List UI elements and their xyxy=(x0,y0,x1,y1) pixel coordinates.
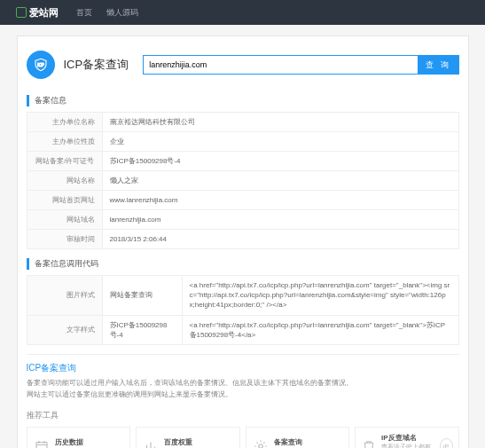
tool-item[interactable]: 备案查询工信部备案情况 xyxy=(246,427,350,448)
info-val: lanrenzhijia.com xyxy=(102,210,458,230)
tool-title: 百度权重 xyxy=(164,437,201,447)
info-table: 主办单位名称南京裕达网络科技有限公司主办单位性质企业网站备案/许可证号苏ICP备… xyxy=(27,112,459,249)
info-key: 主办单位性质 xyxy=(27,132,102,152)
tool-title: IP反查域名 xyxy=(381,433,435,443)
svg-point-2 xyxy=(258,444,262,448)
code-key: 文字样式 xyxy=(27,315,102,344)
code-sample: 网站备案查询 xyxy=(102,276,182,316)
info-val: 懒人之家 xyxy=(102,171,458,191)
search-title: ICP备案查询 xyxy=(64,57,129,73)
code-sample: 苏ICP备15009298号-4 xyxy=(102,315,182,344)
info-key: 网站首页网址 xyxy=(27,191,102,210)
desc-line-2: 网站主可以通过备案信息更准确的调用到网站上来显示备案情况。 xyxy=(27,389,459,401)
info-key: 网站备案/许可证号 xyxy=(27,152,102,171)
search-row: ICP ICP备案查询 查 询 xyxy=(27,45,459,90)
logo-icon xyxy=(16,7,27,18)
ip-icon: iP xyxy=(440,438,453,448)
info-val: 苏ICP备15009298号-4 xyxy=(102,152,458,171)
tool-title: 备案查询 xyxy=(274,437,317,447)
info-val: 企业 xyxy=(102,132,458,152)
info-key: 审核时间 xyxy=(27,230,102,249)
desc-line-1: 备案查询功能可以通过用户输入域名后，查询该域名的备案情况、信息及该主体下其他域名… xyxy=(27,378,459,389)
tool-item[interactable]: 百度权重百度权重统计 xyxy=(136,427,240,448)
domain-input[interactable] xyxy=(143,55,418,75)
icp-badge-icon: ICP xyxy=(27,51,55,79)
table-row: 文字样式苏ICP备15009298号-4<a href="http://api.… xyxy=(27,315,458,344)
code-key: 图片样式 xyxy=(27,276,102,316)
table-row: 网站名称懒人之家 xyxy=(27,171,458,191)
query-button[interactable]: 查 询 xyxy=(419,55,459,75)
top-nav: 爱站网 首页 懒人源码 xyxy=(0,0,485,25)
table-row: 网站首页网址www.lanrenzhijia.com xyxy=(27,191,458,210)
table-row: 审核时间2018/3/15 2:06:44 xyxy=(27,230,458,249)
table-row: 主办单位性质企业 xyxy=(27,132,458,152)
brand-text: 爱站网 xyxy=(29,6,59,20)
info-val: www.lanrenzhijia.com xyxy=(102,191,458,210)
tool-sub: 查看该子IP上都有哪些站 xyxy=(381,443,435,448)
desc-title: ICP备案查询 xyxy=(27,362,459,374)
info-key: 网站域名 xyxy=(27,210,102,230)
info-key: 网站名称 xyxy=(27,171,102,191)
logo[interactable]: 爱站网 xyxy=(16,6,59,20)
tool-item[interactable]: IP反查域名查看该子IP上都有哪些站iP xyxy=(355,427,459,448)
table-row: 网站备案/许可证号苏ICP备15009298号-4 xyxy=(27,152,458,171)
info-key: 主办单位名称 xyxy=(27,113,102,132)
tools-row: 历史数据网站历史数据查询百度权重百度权重统计备案查询工信部备案情况IP反查域名查… xyxy=(27,427,459,448)
code-snippet[interactable]: <a href="http://api.tx7.co/icp/icp.php?u… xyxy=(182,276,458,316)
code-header: 备案信息调用代码 xyxy=(27,258,459,270)
code-table: 图片样式网站备案查询<a href="http://api.tx7.co/icp… xyxy=(27,275,459,345)
nav-source[interactable]: 懒人源码 xyxy=(106,7,138,19)
description-block: ICP备案查询 备案查询功能可以通过用户输入域名后，查询该域名的备案情况、信息及… xyxy=(27,354,459,401)
table-row: 网站域名lanrenzhijia.com xyxy=(27,210,458,230)
info-header: 备案信息 xyxy=(27,95,459,106)
table-row: 主办单位名称南京裕达网络科技有限公司 xyxy=(27,113,458,132)
info-val: 2018/3/15 2:06:44 xyxy=(102,230,458,249)
svg-text:ICP: ICP xyxy=(37,63,44,67)
table-row: 图片样式网站备案查询<a href="http://api.tx7.co/icp… xyxy=(27,276,458,316)
main-container: ICP ICP备案查询 查 询 备案信息 主办单位名称南京裕达网络科技有限公司主… xyxy=(17,35,469,448)
tool-icon xyxy=(361,437,377,448)
search-box: 查 询 xyxy=(143,55,458,75)
tool-icon xyxy=(142,437,160,448)
nav-links: 首页 懒人源码 xyxy=(76,7,138,19)
info-val: 南京裕达网络科技有限公司 xyxy=(102,113,458,132)
tools-header: 推荐工具 xyxy=(27,410,459,421)
tool-icon xyxy=(252,437,270,448)
tool-icon xyxy=(33,437,51,448)
code-snippet[interactable]: <a href="http://api.tx7.co/icp/icp.php?u… xyxy=(182,315,458,344)
tool-item[interactable]: 历史数据网站历史数据查询 xyxy=(27,427,131,448)
nav-home[interactable]: 首页 xyxy=(76,7,92,19)
tool-title: 历史数据 xyxy=(55,437,105,447)
